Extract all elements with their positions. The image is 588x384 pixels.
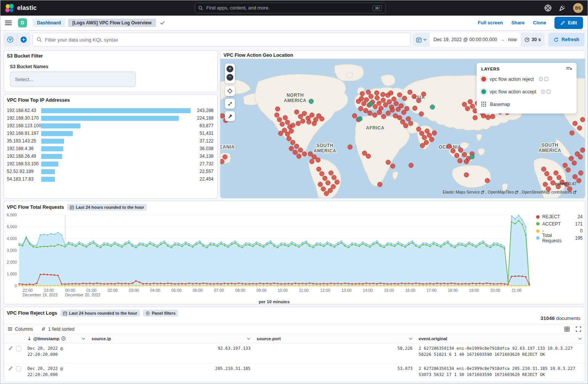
map-point-reject[interactable]	[390, 164, 395, 168]
fit-to-data-button[interactable]	[225, 99, 235, 109]
sorted-fields-button[interactable]: 1 field sorted	[41, 326, 74, 332]
map-point-reject[interactable]	[412, 94, 416, 99]
map-point-reject[interactable]	[300, 119, 305, 123]
map-point-reject[interactable]	[302, 111, 307, 116]
map-point-reject[interactable]	[416, 127, 421, 131]
map-point-reject[interactable]	[318, 182, 323, 187]
map-point-reject[interactable]	[369, 94, 373, 99]
map-point-reject[interactable]	[420, 143, 425, 148]
legend-item[interactable]: REJECT24	[536, 213, 583, 221]
map-point-reject[interactable]	[470, 104, 475, 109]
map-point-reject[interactable]	[331, 184, 336, 189]
table-row[interactable]: Dec 20, 2022 @ 22:20:20.00092.63.197.133…	[4, 343, 585, 363]
ip-bar-row[interactable]: 192.168.53.10027,732	[4, 160, 217, 168]
bar[interactable]	[41, 177, 55, 182]
map-point-reject[interactable]	[358, 106, 363, 111]
map-point-reject[interactable]	[291, 140, 295, 145]
bar[interactable]	[41, 154, 62, 159]
map-point-reject[interactable]	[368, 111, 372, 115]
map-point-reject[interactable]	[377, 110, 382, 115]
map-point-reject[interactable]	[285, 120, 290, 125]
map-point-reject[interactable]	[285, 132, 290, 136]
map-point-reject[interactable]	[335, 180, 339, 184]
breadcrumb-dashboard[interactable]: Dashboard	[32, 19, 66, 27]
legend-item[interactable]: Total Requests195	[536, 235, 583, 242]
edit-button[interactable]: Edit	[554, 17, 583, 29]
map-point-reject[interactable]	[545, 171, 549, 176]
layer-item-basemap[interactable]: Basemap	[481, 98, 572, 110]
tools-button[interactable]	[225, 111, 235, 121]
map-point-reject[interactable]	[310, 113, 314, 117]
map-point-reject[interactable]	[572, 161, 577, 165]
map-point-reject[interactable]	[360, 91, 365, 96]
attribution-link[interactable]: OpenStreetMap contributors	[522, 190, 572, 194]
ip-bar-row[interactable]: 192.168.30.170224,188	[4, 114, 217, 122]
timeseries-chart[interactable]: 01,0002,0003,0004,0005,0006,00022:0023:0…	[4, 211, 586, 304]
map-point-reject[interactable]	[277, 117, 282, 122]
map-point-reject[interactable]	[316, 158, 320, 162]
ip-bar-row[interactable]: 192.168.91.19751,431	[4, 130, 217, 137]
column-header-eventoriginal[interactable]: event.original	[416, 336, 585, 341]
map-point-reject[interactable]	[578, 171, 583, 175]
map-point-reject[interactable]	[464, 173, 469, 177]
map-point-reject[interactable]	[223, 155, 227, 159]
menu-icon[interactable]	[5, 21, 12, 25]
map-point-reject[interactable]	[316, 167, 321, 171]
clock-icon[interactable]	[541, 90, 545, 94]
map-point-reject[interactable]	[422, 135, 427, 140]
map-point-reject[interactable]	[289, 146, 294, 151]
map-point-reject[interactable]	[387, 99, 392, 104]
map-point-reject[interactable]	[280, 122, 284, 126]
map-point-reject[interactable]	[308, 152, 313, 156]
map-point-reject[interactable]	[548, 176, 552, 181]
map-point-reject[interactable]	[409, 163, 413, 168]
map-point-reject[interactable]	[378, 182, 382, 187]
map-point-accept[interactable]	[368, 102, 373, 106]
map-point-reject[interactable]	[458, 158, 462, 163]
bar[interactable]	[41, 123, 80, 128]
chevron-down-icon[interactable]	[409, 338, 413, 340]
filter-menu-button[interactable]	[3, 33, 17, 46]
bar[interactable]	[41, 108, 191, 113]
map-point-reject[interactable]	[447, 144, 451, 149]
ip-bar-row[interactable]: 192.168.123.10063,877	[4, 122, 217, 130]
map-point-reject[interactable]	[405, 106, 409, 111]
map-point-reject[interactable]	[408, 90, 412, 94]
map-point-reject[interactable]	[375, 96, 379, 100]
sort-desc-icon[interactable]	[27, 336, 31, 341]
ip-bar-row[interactable]: 192.168.26.4934,138	[4, 152, 217, 160]
world-map[interactable]: NORTHAMERICASOUTHAMERICAAFRICAASIAOCEANI…	[220, 59, 585, 198]
map-point-reject[interactable]	[321, 187, 326, 191]
map-point-reject[interactable]	[381, 114, 386, 119]
table-row[interactable]: Dec 20, 2022 @ 22:20:20.000205.210.31.18…	[4, 363, 585, 382]
help-icon[interactable]	[544, 4, 552, 12]
map-point-reject[interactable]	[307, 120, 311, 124]
ip-bar-row[interactable]: 52.52.92.18922,557	[4, 168, 217, 175]
map-point-reject[interactable]	[390, 108, 395, 112]
map-point-reject[interactable]	[577, 126, 582, 130]
map-point-reject[interactable]	[366, 154, 371, 158]
map-point-reject[interactable]	[329, 171, 333, 175]
zoom-out-button[interactable]: −	[227, 74, 233, 81]
map-point-reject[interactable]	[427, 133, 432, 138]
map-point-reject[interactable]	[320, 117, 324, 121]
map-point-accept[interactable]	[430, 105, 435, 109]
map-point-reject[interactable]	[485, 178, 490, 183]
map-point-reject[interactable]	[302, 152, 307, 156]
map-point-reject[interactable]	[283, 115, 288, 120]
map-point-reject[interactable]	[394, 101, 398, 106]
map-point-reject[interactable]	[373, 113, 377, 117]
clock-icon[interactable]	[539, 77, 543, 81]
map-point-reject[interactable]	[400, 120, 405, 124]
map-point-reject[interactable]	[402, 96, 407, 101]
bar[interactable]	[41, 162, 58, 166]
map-point-reject[interactable]	[326, 181, 330, 185]
map-point-reject[interactable]	[374, 91, 379, 95]
map-point-reject[interactable]	[220, 114, 225, 118]
map-point-reject[interactable]	[416, 98, 421, 103]
collapse-layers-icon[interactable]	[566, 67, 572, 71]
space-avatar[interactable]: D	[18, 18, 27, 27]
map-point-reject[interactable]	[278, 131, 283, 136]
map-point-reject[interactable]	[275, 107, 280, 111]
chevron-down-icon[interactable]	[578, 338, 582, 340]
